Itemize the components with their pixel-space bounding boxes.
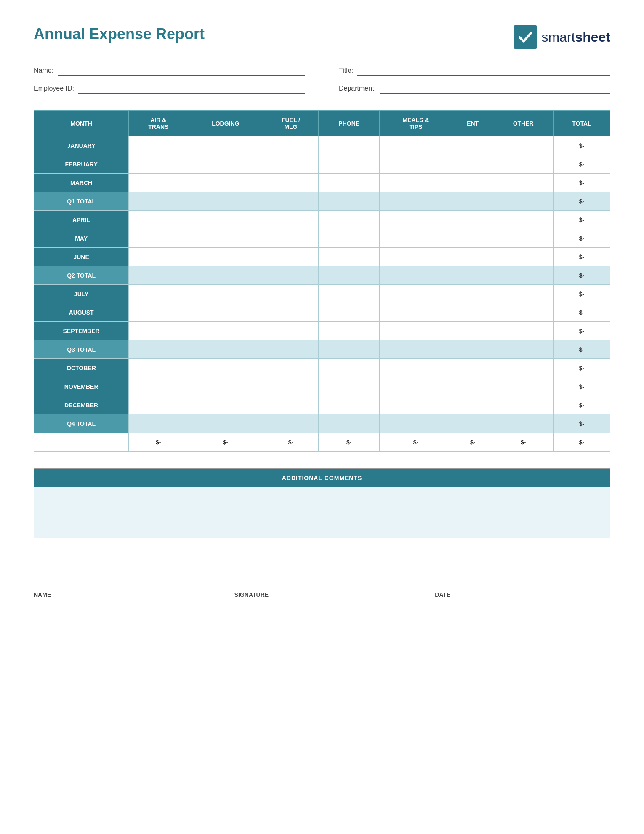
- data-cell[interactable]: [263, 322, 319, 340]
- data-cell[interactable]: [379, 322, 452, 340]
- data-cell[interactable]: [263, 377, 319, 396]
- data-cell[interactable]: [452, 211, 493, 229]
- data-cell[interactable]: [129, 377, 188, 396]
- data-cell[interactable]: [379, 285, 452, 303]
- data-cell[interactable]: [319, 211, 379, 229]
- data-cell[interactable]: [188, 285, 263, 303]
- data-cell[interactable]: [263, 174, 319, 192]
- data-cell[interactable]: [319, 155, 379, 174]
- data-cell[interactable]: [379, 303, 452, 322]
- data-cell[interactable]: [452, 340, 493, 359]
- data-cell[interactable]: [493, 266, 554, 285]
- data-cell[interactable]: [188, 396, 263, 414]
- data-cell[interactable]: [129, 285, 188, 303]
- data-cell[interactable]: [319, 136, 379, 155]
- data-cell[interactable]: [379, 414, 452, 433]
- data-cell[interactable]: [379, 340, 452, 359]
- data-cell[interactable]: [319, 174, 379, 192]
- data-cell[interactable]: [263, 229, 319, 248]
- data-cell[interactable]: [263, 359, 319, 377]
- data-cell[interactable]: [319, 285, 379, 303]
- data-cell[interactable]: [129, 266, 188, 285]
- data-cell[interactable]: [129, 322, 188, 340]
- data-cell[interactable]: [379, 229, 452, 248]
- data-cell[interactable]: [129, 248, 188, 266]
- data-cell[interactable]: [188, 322, 263, 340]
- data-cell[interactable]: [263, 192, 319, 211]
- data-cell[interactable]: [188, 136, 263, 155]
- data-cell[interactable]: [452, 377, 493, 396]
- data-cell[interactable]: [493, 285, 554, 303]
- data-cell[interactable]: [379, 266, 452, 285]
- data-cell[interactable]: [129, 303, 188, 322]
- data-cell[interactable]: [452, 285, 493, 303]
- data-cell[interactable]: [379, 248, 452, 266]
- data-cell[interactable]: [493, 396, 554, 414]
- data-cell[interactable]: [452, 248, 493, 266]
- data-cell[interactable]: [379, 396, 452, 414]
- data-cell[interactable]: [263, 136, 319, 155]
- data-cell[interactable]: [129, 414, 188, 433]
- comments-body[interactable]: [34, 487, 610, 538]
- data-cell[interactable]: [319, 377, 379, 396]
- data-cell[interactable]: [319, 359, 379, 377]
- data-cell[interactable]: [263, 303, 319, 322]
- data-cell[interactable]: [452, 266, 493, 285]
- data-cell[interactable]: [263, 285, 319, 303]
- data-cell[interactable]: [452, 414, 493, 433]
- data-cell[interactable]: [188, 192, 263, 211]
- data-cell[interactable]: [319, 340, 379, 359]
- data-cell[interactable]: [379, 377, 452, 396]
- data-cell[interactable]: [188, 248, 263, 266]
- data-cell[interactable]: [379, 211, 452, 229]
- data-cell[interactable]: [188, 174, 263, 192]
- data-cell[interactable]: [129, 136, 188, 155]
- data-cell[interactable]: [452, 192, 493, 211]
- data-cell[interactable]: [493, 136, 554, 155]
- data-cell[interactable]: [319, 303, 379, 322]
- data-cell[interactable]: [188, 359, 263, 377]
- data-cell[interactable]: [379, 359, 452, 377]
- data-cell[interactable]: [452, 359, 493, 377]
- data-cell[interactable]: [452, 229, 493, 248]
- data-cell[interactable]: [188, 303, 263, 322]
- employee-id-input[interactable]: [78, 83, 305, 94]
- data-cell[interactable]: [493, 377, 554, 396]
- data-cell[interactable]: [452, 174, 493, 192]
- data-cell[interactable]: [188, 155, 263, 174]
- department-input[interactable]: [380, 83, 610, 94]
- data-cell[interactable]: [188, 229, 263, 248]
- data-cell[interactable]: [129, 155, 188, 174]
- name-input[interactable]: [58, 66, 305, 76]
- data-cell[interactable]: [493, 303, 554, 322]
- data-cell[interactable]: [263, 266, 319, 285]
- data-cell[interactable]: [263, 248, 319, 266]
- data-cell[interactable]: [493, 155, 554, 174]
- data-cell[interactable]: [188, 266, 263, 285]
- data-cell[interactable]: [129, 229, 188, 248]
- data-cell[interactable]: [129, 174, 188, 192]
- data-cell[interactable]: [379, 155, 452, 174]
- data-cell[interactable]: [452, 303, 493, 322]
- data-cell[interactable]: [493, 340, 554, 359]
- data-cell[interactable]: [319, 192, 379, 211]
- data-cell[interactable]: [319, 248, 379, 266]
- data-cell[interactable]: [263, 211, 319, 229]
- title-input[interactable]: [357, 66, 610, 76]
- data-cell[interactable]: [379, 136, 452, 155]
- data-cell[interactable]: [493, 248, 554, 266]
- data-cell[interactable]: [129, 192, 188, 211]
- data-cell[interactable]: [493, 414, 554, 433]
- data-cell[interactable]: [379, 174, 452, 192]
- data-cell[interactable]: [319, 266, 379, 285]
- data-cell[interactable]: [319, 396, 379, 414]
- data-cell[interactable]: [319, 229, 379, 248]
- data-cell[interactable]: [263, 155, 319, 174]
- data-cell[interactable]: [452, 155, 493, 174]
- data-cell[interactable]: [319, 322, 379, 340]
- data-cell[interactable]: [493, 359, 554, 377]
- data-cell[interactable]: [263, 414, 319, 433]
- data-cell[interactable]: [129, 340, 188, 359]
- data-cell[interactable]: [188, 377, 263, 396]
- data-cell[interactable]: [493, 322, 554, 340]
